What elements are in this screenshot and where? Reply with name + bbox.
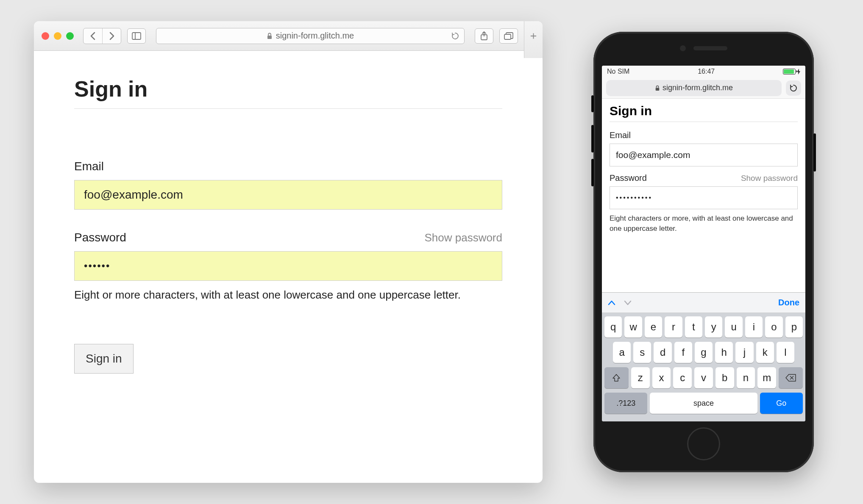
key-t[interactable]: t [685, 316, 702, 338]
ios-reload-button[interactable] [786, 80, 801, 96]
svg-rect-2 [267, 36, 272, 39]
email-form-group: Email [74, 160, 502, 210]
safari-window: signin-form.glitch.me Sign in Email Pas [34, 21, 543, 483]
ios-password-group: Password Show password Eight characters … [610, 173, 798, 234]
key-c[interactable]: c [673, 367, 692, 388]
close-window-button[interactable] [42, 32, 49, 40]
iphone-sensor-bar [680, 45, 727, 51]
lock-icon [655, 85, 660, 91]
safari-toolbar: signin-form.glitch.me [34, 21, 543, 51]
next-field-button[interactable] [624, 300, 632, 305]
home-button[interactable] [687, 427, 720, 460]
keyboard-row-4: .?123 space Go [604, 393, 803, 414]
iphone-device: No SIM 16:47 signin-form.glitch.me Sign … [593, 32, 814, 472]
email-input[interactable] [74, 180, 502, 210]
keyboard-row-2: a s d f g h j k l [604, 342, 803, 363]
ios-url-field[interactable]: signin-form.glitch.me [606, 80, 782, 96]
tabs-button[interactable] [499, 28, 518, 44]
minimize-window-button[interactable] [54, 32, 61, 40]
svg-rect-8 [656, 88, 660, 91]
page-title: Sign in [74, 76, 502, 109]
volume-down-button [591, 159, 594, 186]
key-w[interactable]: w [624, 316, 642, 338]
key-g[interactable]: g [695, 342, 713, 363]
mute-switch [591, 95, 594, 112]
charging-icon [797, 69, 800, 75]
key-x[interactable]: x [652, 367, 671, 388]
key-m[interactable]: m [757, 367, 776, 388]
ios-email-group: Email [610, 130, 798, 166]
key-j[interactable]: j [735, 342, 753, 363]
front-camera [680, 45, 686, 51]
ios-password-hint: Eight characters or more, with at least … [610, 213, 798, 234]
key-a[interactable]: a [613, 342, 631, 363]
key-p[interactable]: p [785, 316, 803, 338]
key-u[interactable]: u [725, 316, 742, 338]
sidebar-toggle-button[interactable] [127, 28, 146, 44]
ios-address-bar: signin-form.glitch.me [602, 78, 805, 99]
key-numbers[interactable]: .?123 [604, 393, 647, 414]
keyboard-done-button[interactable]: Done [778, 298, 799, 307]
password-input[interactable] [74, 251, 502, 281]
key-l[interactable]: l [777, 342, 794, 363]
ios-url-text: signin-form.glitch.me [663, 83, 733, 92]
key-space[interactable]: space [650, 393, 757, 414]
key-b[interactable]: b [715, 367, 734, 388]
key-f[interactable]: f [674, 342, 692, 363]
key-s[interactable]: s [633, 342, 651, 363]
key-z[interactable]: z [631, 367, 650, 388]
key-e[interactable]: e [645, 316, 662, 338]
keyboard-row-1: q w e r t y u i o p [604, 316, 803, 338]
iphone-screen: No SIM 16:47 signin-form.glitch.me Sign … [602, 66, 805, 421]
reload-icon[interactable] [451, 32, 459, 40]
volume-up-button [591, 125, 594, 152]
battery-icon [783, 69, 796, 75]
key-q[interactable]: q [604, 316, 622, 338]
key-n[interactable]: n [737, 367, 755, 388]
window-controls [42, 32, 74, 40]
nav-button-group [83, 28, 121, 44]
key-o[interactable]: o [765, 316, 782, 338]
ios-password-label: Password [610, 173, 647, 183]
prev-field-button[interactable] [608, 300, 615, 305]
clock-label: 16:47 [698, 68, 715, 75]
signin-button[interactable]: Sign in [74, 344, 134, 374]
lock-icon [267, 33, 273, 39]
show-password-toggle[interactable]: Show password [424, 231, 502, 244]
back-button[interactable] [84, 28, 102, 44]
key-go[interactable]: Go [760, 393, 803, 414]
svg-rect-0 [132, 33, 141, 39]
address-bar[interactable]: signin-form.glitch.me [156, 28, 465, 44]
key-k[interactable]: k [756, 342, 774, 363]
ios-web-content: Sign in Email Password Show password Eig… [602, 99, 805, 292]
password-label: Password [74, 231, 126, 244]
keyboard-accessory-bar: Done [602, 293, 805, 313]
key-r[interactable]: r [665, 316, 682, 338]
key-d[interactable]: d [654, 342, 671, 363]
key-h[interactable]: h [715, 342, 733, 363]
url-text: signin-form.glitch.me [276, 31, 354, 41]
key-v[interactable]: v [694, 367, 713, 388]
web-content: Sign in Email Password Show password Eig… [34, 51, 543, 483]
ios-status-bar: No SIM 16:47 [602, 66, 805, 78]
earpiece-speaker [693, 46, 727, 50]
key-shift[interactable] [604, 367, 629, 388]
battery-indicator [783, 69, 800, 75]
share-button[interactable] [475, 28, 493, 44]
key-backspace[interactable] [779, 367, 803, 388]
key-i[interactable]: i [745, 316, 763, 338]
ios-keyboard: Done q w e r t y u i o p a s [602, 292, 805, 421]
power-button [813, 133, 816, 172]
forward-button[interactable] [102, 28, 121, 44]
ios-page-title: Sign in [610, 104, 798, 122]
email-label: Email [74, 160, 104, 173]
key-y[interactable]: y [705, 316, 722, 338]
ios-email-input[interactable] [610, 144, 798, 166]
password-form-group: Password Show password Eight or more cha… [74, 231, 502, 302]
password-hint: Eight or more characters, with at least … [74, 288, 502, 302]
ios-password-input[interactable] [610, 186, 798, 209]
maximize-window-button[interactable] [66, 32, 74, 40]
ios-show-password-toggle[interactable]: Show password [741, 174, 798, 183]
svg-rect-5 [504, 34, 511, 39]
carrier-label: No SIM [607, 68, 629, 75]
